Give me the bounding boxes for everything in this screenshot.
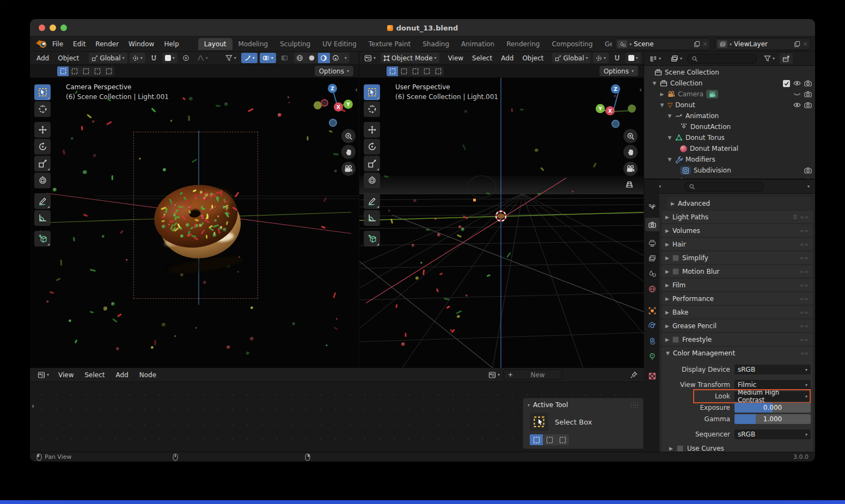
- display-device-select[interactable]: sRGB▾: [734, 365, 811, 374]
- pan-view-button[interactable]: [341, 145, 356, 159]
- grip-icon[interactable]: ==: [800, 351, 809, 356]
- grip-icon[interactable]: ==: [800, 296, 809, 302]
- unlink-x-icon[interactable]: ×: [702, 40, 708, 48]
- tab-compositing[interactable]: Compositing: [546, 38, 598, 50]
- tab-texture-paint[interactable]: Texture Paint: [363, 38, 417, 50]
- motion-blur-checkbox[interactable]: [672, 268, 679, 275]
- tab-modeling[interactable]: Modeling: [232, 38, 274, 50]
- pan-view-button[interactable]: [623, 145, 638, 159]
- show-overlays-dropdown[interactable]: ▾: [260, 53, 276, 63]
- new-datablock-button[interactable]: New: [504, 370, 562, 380]
- menu-object[interactable]: Object: [518, 53, 548, 63]
- grip-icon[interactable]: ==: [800, 242, 809, 247]
- sequencer-select[interactable]: sRGB▾: [734, 429, 811, 439]
- tool-move[interactable]: [364, 122, 380, 138]
- tab-view-layer[interactable]: [645, 251, 659, 265]
- panel-grease-pencil[interactable]: ▶Grease Pencil==: [662, 319, 813, 332]
- tab-world[interactable]: [645, 282, 659, 296]
- shading-solid-button[interactable]: [306, 53, 318, 63]
- look-select[interactable]: Medium High Contrast▾: [734, 391, 811, 401]
- snap-target-dropdown[interactable]: ▾: [162, 53, 177, 63]
- editor-type-dropdown[interactable]: ▾: [35, 370, 52, 380]
- tree-row-subdivision[interactable]: Subdivision: [644, 165, 815, 176]
- proportional-editing-toggle[interactable]: [180, 53, 192, 63]
- tab-sculpting[interactable]: Sculpting: [274, 38, 316, 50]
- gizmo-z-axis[interactable]: Z: [328, 84, 337, 93]
- select-mode-subtract[interactable]: [409, 66, 421, 76]
- tree-row-donut[interactable]: ▼ ▽ Donut: [644, 100, 815, 110]
- hide-eye-icon[interactable]: [793, 79, 801, 87]
- new-collection-button[interactable]: [780, 53, 793, 64]
- menu-view[interactable]: View: [444, 53, 468, 63]
- gizmo-z-neg-axis[interactable]: [611, 120, 620, 128]
- tool-transform[interactable]: [364, 173, 380, 188]
- tab-render[interactable]: [645, 218, 659, 231]
- tool-scale[interactable]: [34, 156, 51, 171]
- panel-light-paths[interactable]: ▶Light Paths☰ ==: [662, 211, 813, 223]
- shading-material-preview-button[interactable]: [318, 53, 330, 63]
- preset-and-grip-icons[interactable]: ☰ ==: [793, 214, 809, 220]
- show-gizmo-dropdown[interactable]: ▾: [241, 53, 258, 63]
- menu-view[interactable]: View: [54, 370, 78, 380]
- menu-select[interactable]: Select: [81, 370, 109, 380]
- tab-tool[interactable]: [645, 200, 659, 214]
- toolbar-expand-arrow[interactable]: ›: [32, 402, 34, 410]
- expander-icon[interactable]: ▼: [652, 81, 657, 86]
- tool-cursor[interactable]: [34, 101, 51, 117]
- tool-select-box[interactable]: [34, 84, 51, 100]
- disable-render-camera-icon[interactable]: [804, 79, 812, 87]
- outliner-search-input[interactable]: [687, 54, 757, 64]
- tool-select-box[interactable]: [364, 84, 380, 100]
- disable-render-camera-icon[interactable]: [804, 90, 812, 98]
- tree-row-donut-material[interactable]: Donut Material: [644, 143, 815, 154]
- panel-advanced[interactable]: ▶Advanced: [667, 197, 811, 210]
- panel-film[interactable]: ▶Film==: [662, 279, 813, 291]
- tree-row-scene-collection[interactable]: Scene Collection: [644, 67, 815, 78]
- panel-hair[interactable]: ▶Hair==: [662, 238, 813, 250]
- hide-eye-icon[interactable]: [793, 101, 801, 109]
- tab-constraints[interactable]: [645, 334, 659, 348]
- editor-type-dropdown[interactable]: ▾: [362, 53, 378, 63]
- select-mode-subtract[interactable]: [80, 66, 91, 76]
- select-mode-extend[interactable]: [543, 434, 556, 445]
- shading-wireframe-button[interactable]: [294, 53, 306, 63]
- select-mode-intersect[interactable]: [432, 66, 444, 76]
- menu-help[interactable]: Help: [159, 39, 183, 50]
- panel-freestyle[interactable]: ▶Freestyle==: [662, 333, 813, 346]
- grip-icon[interactable]: ==: [800, 337, 809, 342]
- xray-toggle[interactable]: [278, 53, 291, 63]
- tab-animation[interactable]: Animation: [455, 38, 500, 50]
- panel-simplify[interactable]: ▶Simplify==: [662, 251, 813, 264]
- zoom-view-button[interactable]: [341, 129, 356, 143]
- panel-performance[interactable]: ▶Performance==: [662, 292, 813, 305]
- menu-render[interactable]: Render: [90, 39, 124, 50]
- tree-row-animation[interactable]: ▼ Animation: [644, 110, 815, 121]
- scene-selector[interactable]: ▾ Scene ×: [615, 38, 711, 50]
- expander-icon[interactable]: ▼: [667, 157, 672, 162]
- editor-type-dropdown[interactable]: ▾: [647, 53, 664, 64]
- node-editor-canvas[interactable]: › ▾ Active Tool :::::::: Select Box: [30, 382, 644, 452]
- filter-dropdown[interactable]: ▾: [761, 53, 777, 64]
- tool-measure[interactable]: [364, 210, 380, 226]
- panel-bake[interactable]: ▶Bake==: [662, 306, 813, 318]
- proportional-falloff-dropdown[interactable]: ▾: [194, 53, 211, 63]
- active-tool-icon-button[interactable]: [530, 413, 548, 431]
- menu-object[interactable]: Object: [53, 53, 83, 63]
- tab-uv-editing[interactable]: UV Editing: [316, 38, 363, 50]
- view-layer-name[interactable]: ViewLayer: [734, 40, 792, 48]
- grip-icon[interactable]: ==: [800, 323, 809, 329]
- zoom-view-button[interactable]: [623, 129, 638, 143]
- tool-add-cube[interactable]: [34, 231, 51, 247]
- hidden-eye-closed-icon[interactable]: [793, 90, 801, 98]
- gizmo-y-neg-axis[interactable]: [628, 105, 636, 113]
- gizmo-z-neg-axis[interactable]: [329, 119, 337, 127]
- gizmo-z-axis[interactable]: Z: [611, 84, 620, 94]
- tool-transform[interactable]: [34, 173, 51, 188]
- selectability-filter-dropdown[interactable]: ▾: [223, 53, 239, 63]
- tree-row-collection[interactable]: ▼ Collection: [644, 78, 815, 89]
- tab-texture[interactable]: [645, 369, 659, 383]
- view-layer-selector[interactable]: ▾ ViewLayer ×: [715, 38, 811, 50]
- grip-icon[interactable]: ==: [800, 255, 809, 261]
- menu-window[interactable]: Window: [124, 39, 159, 50]
- select-mode-intersect[interactable]: [103, 66, 114, 76]
